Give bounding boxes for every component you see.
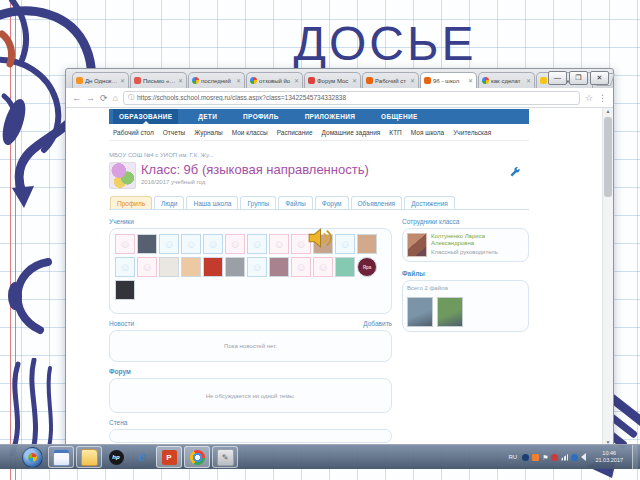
- browser-tab[interactable]: 9б - школ✕: [420, 72, 477, 88]
- volume-tray-icon[interactable]: [581, 453, 586, 461]
- class-tab-5[interactable]: Файлы: [278, 196, 313, 209]
- hp-taskbar-button[interactable]: hp: [104, 447, 128, 467]
- file-thumbnail[interactable]: [407, 297, 433, 327]
- student-avatar[interactable]: [269, 257, 289, 277]
- class-tab-1[interactable]: Профиль: [110, 196, 152, 209]
- class-tab-6[interactable]: Форум: [315, 196, 349, 209]
- settings-wrench-icon[interactable]: [509, 166, 521, 178]
- student-avatar[interactable]: ☺: [247, 257, 267, 277]
- slide-sound-speaker-icon[interactable]: [306, 224, 333, 251]
- student-avatar[interactable]: ☺: [115, 257, 135, 277]
- student-avatar[interactable]: [159, 257, 179, 277]
- student-avatar[interactable]: [335, 257, 355, 277]
- subnav-item-6[interactable]: Домашние задания: [322, 129, 381, 136]
- chrome-taskbar-button[interactable]: [184, 446, 210, 468]
- scrollbar[interactable]: ▲ ▼: [602, 107, 613, 446]
- subnav-item-8[interactable]: Моя школа: [411, 129, 444, 136]
- class-tab-2[interactable]: Люди: [154, 196, 184, 209]
- tab-close-icon[interactable]: ✕: [410, 77, 415, 84]
- nav-item-3[interactable]: ПРОФИЛЬ: [237, 109, 285, 124]
- student-avatar[interactable]: ☺: [137, 257, 157, 277]
- browser-tab[interactable]: Форум Мос✕: [304, 72, 361, 88]
- browser-tab[interactable]: Рабочий ст✕: [362, 72, 419, 88]
- browser-tab[interactable]: отзовый йо✕: [246, 72, 303, 88]
- security-red-tray-icon[interactable]: [551, 454, 558, 461]
- folder-taskbar-button[interactable]: [76, 446, 102, 468]
- nav-item-5[interactable]: ОБЩЕНИЕ: [375, 109, 424, 124]
- tab-close-icon[interactable]: ✕: [178, 77, 183, 84]
- back-icon[interactable]: ←: [72, 93, 81, 103]
- forward-icon[interactable]: →: [86, 93, 95, 103]
- tab-close-icon[interactable]: ✕: [352, 77, 357, 84]
- subnav-item-4[interactable]: Мои классы: [232, 129, 268, 136]
- browser-tab[interactable]: Дн Однокла✕: [72, 72, 129, 88]
- browser-menu-icon[interactable]: ⋮: [598, 93, 607, 103]
- class-tab-8[interactable]: Достижения: [404, 196, 455, 209]
- maximize-button[interactable]: ❐: [569, 71, 588, 85]
- breadcrumb[interactable]: МБОУ СОШ №4 с УИОП им. Г.К. Жу...: [109, 152, 529, 158]
- flag-tray-icon[interactable]: ⚑: [542, 454, 548, 461]
- student-avatar[interactable]: ☺: [269, 234, 289, 254]
- subnav-item-7[interactable]: КТП: [389, 129, 401, 136]
- nav-item-4[interactable]: ПРИЛОЖЕНИЯ: [299, 109, 361, 124]
- bookmark-star-icon[interactable]: ☆: [585, 93, 593, 103]
- student-avatar[interactable]: [225, 257, 245, 277]
- app-orange-tray-icon[interactable]: [532, 454, 539, 461]
- student-avatar[interactable]: [115, 280, 135, 300]
- student-avatar[interactable]: ☺: [115, 234, 135, 254]
- minimize-button[interactable]: —: [548, 71, 567, 85]
- reload-icon[interactable]: ⟳: [100, 93, 108, 103]
- show-desktop-button[interactable]: [632, 445, 638, 469]
- student-avatar[interactable]: ☺: [247, 234, 267, 254]
- close-button[interactable]: ✕: [590, 71, 609, 85]
- network-tray-icon[interactable]: [561, 454, 568, 461]
- teacher-avatar[interactable]: [407, 233, 427, 257]
- student-avatar[interactable]: ☺: [291, 257, 311, 277]
- wordpad-taskbar-button[interactable]: [48, 446, 74, 468]
- teacher-name-link[interactable]: Колтуненко Лариса Александровна: [431, 233, 524, 247]
- student-avatar[interactable]: ☺: [335, 234, 355, 254]
- tab-close-icon[interactable]: ✕: [236, 77, 241, 84]
- tab-close-icon[interactable]: ✕: [294, 77, 299, 84]
- tab-close-icon[interactable]: ✕: [468, 77, 473, 84]
- subnav-item-3[interactable]: Журналы: [194, 129, 222, 136]
- student-avatar[interactable]: ☺: [181, 234, 201, 254]
- subnav-item-1[interactable]: Рабочий стол: [113, 129, 154, 136]
- app-blue-tray-icon[interactable]: [522, 454, 529, 461]
- tab-close-icon[interactable]: ✕: [120, 77, 125, 84]
- student-avatar[interactable]: ☺: [159, 234, 179, 254]
- language-indicator[interactable]: RU: [509, 454, 518, 460]
- nav-item-1[interactable]: ОБРАЗОВАНИЕ: [113, 109, 178, 124]
- browser-tab[interactable]: Письмо «Не✕: [130, 72, 187, 88]
- scroll-up-icon[interactable]: ▲: [603, 107, 613, 115]
- student-avatar[interactable]: ☺: [203, 234, 223, 254]
- student-avatar[interactable]: [203, 257, 223, 277]
- subnav-item-9[interactable]: Учительская: [453, 129, 491, 136]
- home-icon[interactable]: ⌂: [113, 93, 118, 103]
- paint-taskbar-button[interactable]: ✎: [212, 446, 238, 468]
- browser-tab[interactable]: последний✕: [188, 72, 245, 88]
- bluetooth-tray-icon[interactable]: [571, 454, 578, 461]
- taskbar-clock[interactable]: 10:46 21.03.2017: [589, 450, 629, 464]
- student-avatar[interactable]: [181, 257, 201, 277]
- address-bar[interactable]: ⓘ https://schools.school.mosreg.ru/class…: [123, 91, 580, 105]
- student-avatar[interactable]: ☺: [225, 234, 245, 254]
- nav-item-2[interactable]: ДЕТИ: [192, 109, 223, 124]
- tab-close-icon[interactable]: ✕: [526, 77, 531, 84]
- student-avatar[interactable]: [137, 234, 157, 254]
- student-avatar[interactable]: [357, 234, 377, 254]
- subnav-item-2[interactable]: Отчеты: [163, 129, 185, 136]
- start-button[interactable]: [22, 447, 43, 468]
- ie-taskbar-button[interactable]: e: [130, 447, 154, 467]
- site-info-icon[interactable]: ⓘ: [128, 93, 134, 102]
- add-news-link[interactable]: Добавить: [363, 320, 392, 327]
- class-tab-7[interactable]: Объявления: [351, 196, 403, 209]
- scrollbar-thumb[interactable]: [604, 117, 612, 197]
- student-avatar[interactable]: Яра: [357, 257, 377, 277]
- powerpoint-taskbar-button[interactable]: P: [156, 446, 182, 468]
- student-avatar[interactable]: ☺: [313, 257, 333, 277]
- browser-tab[interactable]: как сделат✕: [478, 72, 535, 88]
- class-tab-4[interactable]: Группы: [240, 196, 276, 209]
- subnav-item-5[interactable]: Расписание: [277, 129, 313, 136]
- class-tab-3[interactable]: Наша школа: [186, 196, 238, 209]
